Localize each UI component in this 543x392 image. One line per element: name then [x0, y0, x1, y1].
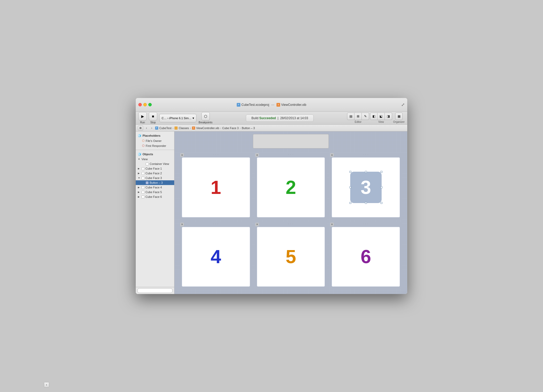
bottom-panel-btn[interactable]: ⬕	[377, 113, 385, 120]
files-owner-item[interactable]: ⬡ File's Owner	[136, 138, 174, 143]
cube-face-5-container: ✕ · · · 5	[255, 222, 327, 289]
cubeface4-checkbox[interactable]	[142, 186, 144, 189]
tree-button3-item[interactable]: Button – 3	[136, 180, 174, 185]
toolbar: ▶ Run ■ Stop C… › iPhone 6.1 Sim… ▾ ⬡ Br…	[136, 112, 407, 125]
cubeface3-checkbox[interactable]	[142, 177, 144, 180]
cubeface2-arrow: ▶	[138, 172, 140, 175]
button-3[interactable]: 3	[350, 172, 382, 203]
breadcrumb-viewcontroller-label: ViewController.xib	[196, 126, 219, 130]
face2-close[interactable]: ✕	[255, 153, 259, 157]
run-button[interactable]: ▶ Run	[138, 112, 147, 124]
window-title: P CubeTest.xcodeproj — X ViewController.…	[237, 103, 306, 107]
stop-button[interactable]: ■ Stop	[149, 112, 157, 124]
build-label: Build	[251, 116, 258, 120]
breadcrumb-button3[interactable]: Button – 3	[242, 126, 255, 130]
files-owner-icon: ⬡	[142, 139, 145, 142]
canvas-area[interactable]: ✕ · · · 1 ✕ · · · 2 ✕ · ·	[174, 131, 407, 294]
cube-face-3[interactable]: 3	[332, 157, 400, 217]
breakpoints-button[interactable]: ⬡ Breakpoints	[199, 112, 212, 124]
left-panel-btn[interactable]: ◧	[370, 113, 377, 120]
tree-cubeface1-item[interactable]: ▶ Cube Face 1	[136, 166, 174, 171]
cubeface5-checkbox[interactable]	[142, 191, 144, 194]
face6-number: 6	[361, 246, 371, 267]
face4-number: 4	[211, 246, 221, 267]
xcodeproj-icon: P	[237, 103, 240, 107]
maximize-button[interactable]	[148, 103, 152, 106]
cube-face-1[interactable]: 1	[182, 157, 250, 217]
run-icon: ▶	[138, 112, 147, 120]
organizer-btn[interactable]: ▦	[395, 113, 403, 120]
cube-face-4[interactable]: 4	[182, 227, 250, 287]
editor-group: ▤ ⊞ ✎ Editor	[347, 113, 369, 123]
placeholders-icon: 🧊	[138, 134, 142, 137]
build-status-area: Build Succeeded | 28/02/2013 at 14:03	[214, 114, 345, 122]
cube-face-4-container: ✕ · · · 4	[180, 222, 252, 289]
search-area	[136, 287, 174, 294]
breadcrumb: ⊞ ‹ › P CubeTest › Classes › X ViewContr…	[136, 125, 407, 131]
tree-container-view-item[interactable]: Container View	[136, 162, 174, 166]
breadcrumb-sep-3: ›	[220, 126, 221, 130]
version-editor-btn[interactable]: ✎	[362, 113, 369, 120]
breadcrumb-forward[interactable]: ›	[149, 126, 154, 130]
breadcrumb-viewcontroller[interactable]: X ViewController.xib	[192, 126, 219, 130]
face3-dots: · · ·	[363, 153, 369, 155]
selection-handles	[350, 172, 382, 203]
title-bar: P CubeTest.xcodeproj — X ViewController.…	[136, 98, 407, 112]
cubeface1-checkbox[interactable]	[142, 167, 144, 170]
breadcrumb-sep-1: ›	[172, 126, 173, 130]
tree-cubeface5-item[interactable]: ▶ Cube Face 5	[136, 190, 174, 194]
cubeface6-checkbox[interactable]	[142, 195, 144, 198]
cube-face-3-container: ✕ · · · 3	[330, 153, 402, 220]
tree-view-item[interactable]: ▼ View	[136, 157, 174, 162]
search-input[interactable]	[137, 288, 173, 293]
grid-view-btn[interactable]: ⊞	[138, 126, 143, 130]
expand-icon[interactable]: ⤢	[401, 102, 405, 107]
cube-face-1-container: ✕ · · · 1	[180, 153, 252, 220]
face5-close[interactable]: ✕	[255, 223, 259, 226]
breadcrumb-cubetest[interactable]: P CubeTest	[155, 126, 171, 130]
cube-face-2[interactable]: 2	[257, 157, 325, 217]
xib-breadcrumb-icon: X	[192, 126, 195, 130]
right-panel-btn[interactable]: ◨	[385, 113, 392, 120]
first-responder-item[interactable]: ⬡ First Responder	[136, 143, 174, 148]
standard-editor-btn[interactable]: ▤	[347, 113, 354, 120]
cubeface2-checkbox[interactable]	[142, 172, 144, 175]
minimize-button[interactable]	[143, 103, 147, 106]
face6-close[interactable]: ✕	[330, 223, 334, 226]
handle-ml	[349, 186, 351, 188]
cubeface5-label: Cube Face 5	[145, 191, 162, 194]
cubeface4-label: Cube Face 4	[145, 186, 162, 189]
assistant-editor-btn[interactable]: ⊞	[354, 113, 362, 120]
toolbar-right: ▤ ⊞ ✎ Editor ◧ ⬕ ◨ View ▦ Organizer	[347, 113, 405, 123]
cube-face-5[interactable]: 5	[257, 227, 325, 287]
breadcrumb-cubeface3[interactable]: Cube Face 3	[222, 126, 239, 130]
xcode-window: P CubeTest.xcodeproj — X ViewController.…	[136, 98, 407, 294]
scheme-text: C… › iPhone 6.1 Sim…	[162, 117, 191, 120]
xib-icon: X	[276, 103, 280, 107]
breadcrumb-back[interactable]: ‹	[144, 126, 149, 130]
face3-close[interactable]: ✕	[330, 153, 334, 157]
tree-cubeface4-item[interactable]: ▶ Cube Face 4	[136, 185, 174, 190]
face1-dots: · · ·	[213, 153, 219, 155]
cube-face-6[interactable]: 6	[332, 227, 400, 287]
scheme-selector[interactable]: C… › iPhone 6.1 Sim… ▾	[159, 114, 196, 122]
cubeface2-label: Cube Face 2	[145, 172, 162, 175]
close-button[interactable]	[138, 103, 142, 106]
breakpoints-icon: ⬡	[201, 112, 210, 120]
face1-close[interactable]: ✕	[180, 153, 184, 157]
button3-checkbox[interactable]	[146, 181, 149, 184]
xcodeproj-label: CubeTest.xcodeproj	[241, 103, 269, 107]
face6-dots: · · ·	[363, 223, 369, 225]
handle-br	[381, 202, 382, 204]
handle-bl	[349, 202, 351, 204]
cubeface4-arrow: ▶	[138, 186, 140, 189]
tree-cubeface3-item[interactable]: ▼ Cube Face 3	[136, 176, 174, 180]
breakpoints-label: Breakpoints	[199, 121, 212, 124]
tree-cubeface2-item[interactable]: ▶ Cube Face 2	[136, 171, 174, 176]
breadcrumb-classes[interactable]: Classes	[174, 126, 189, 130]
face2-number: 2	[286, 177, 296, 198]
container-checkbox[interactable]	[146, 163, 149, 165]
tree-cubeface6-item[interactable]: ▶ Cube Face 6	[136, 194, 174, 199]
breadcrumb-button3-label: Button – 3	[242, 126, 255, 130]
face4-close[interactable]: ✕	[180, 223, 184, 226]
